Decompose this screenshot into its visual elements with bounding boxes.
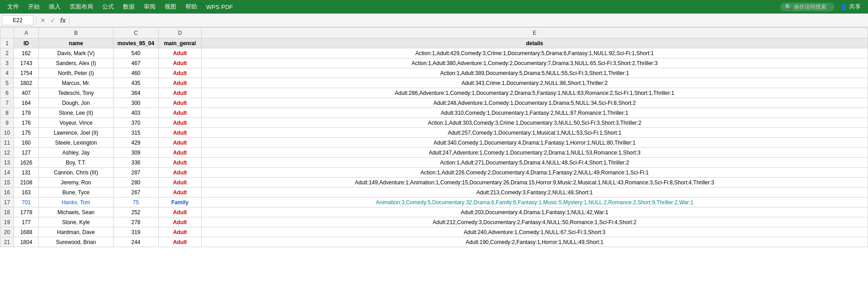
cell-id[interactable]: 177 <box>14 217 39 227</box>
cell-reference[interactable] <box>2 15 33 25</box>
cell-name[interactable]: Voyeur, Vince <box>39 118 113 128</box>
cell-details[interactable]: Adult:286,Adventure:1,Comedy:1,Documenta… <box>202 88 868 98</box>
cell-genral[interactable]: Family <box>159 197 202 207</box>
cell-details[interactable]: Adult:240,Adventure:1,Comedy:1,NULL:67,S… <box>202 227 868 237</box>
cell-c1[interactable]: movies_95_04 <box>113 38 159 48</box>
confirm-formula-icon[interactable]: ✓ <box>49 16 57 25</box>
cell-genral[interactable]: Adult <box>159 118 202 128</box>
menu-formula[interactable]: 公式 <box>99 1 118 13</box>
cell-movies[interactable]: 287 <box>113 168 159 178</box>
cell-name[interactable]: Stone, Lee (II) <box>39 108 113 118</box>
cell-movies[interactable]: 300 <box>113 98 159 108</box>
cell-details[interactable]: Adult:149,Adventure:1,Animation:1,Comedy… <box>202 178 868 188</box>
cell-genral[interactable]: Adult <box>159 58 202 68</box>
cell-movies[interactable]: 435 <box>113 78 159 88</box>
menu-view[interactable]: 视图 <box>161 1 180 13</box>
col-header-a[interactable]: A <box>14 28 39 38</box>
cell-name[interactable]: Jeremy, Ron <box>39 178 113 188</box>
cell-details[interactable]: Action:1,Adult:389,Documentary:5,Drama:5… <box>202 68 868 78</box>
cell-id[interactable]: 2108 <box>14 178 39 188</box>
cell-details[interactable]: Adult:257,Comedy:1,Documentary:1,Musical… <box>202 128 868 138</box>
cell-name[interactable]: Lawrence, Joel (II) <box>39 128 113 138</box>
cell-details[interactable]: Action:1,Adult:429,Comedy:3,Crime:1,Docu… <box>202 48 868 58</box>
cell-id[interactable]: 175 <box>14 128 39 138</box>
cell-name[interactable]: Marcus, Mr. <box>39 78 113 88</box>
col-header-e[interactable]: E <box>202 28 868 38</box>
cell-movies[interactable]: 309 <box>113 148 159 158</box>
cell-details[interactable]: Adult:248,Adventure:1,Comedy:1,Documenta… <box>202 98 868 108</box>
cell-details[interactable]: Animation:3,Comedy:5,Documentary:32,Dram… <box>202 197 868 207</box>
search-input[interactable] <box>794 4 830 10</box>
cell-id[interactable]: 1754 <box>14 68 39 78</box>
cell-genral[interactable]: Adult <box>159 207 202 217</box>
menu-help[interactable]: 帮助 <box>182 1 201 13</box>
cell-details[interactable]: Adult:247,Adventure:1,Comedy:1,Documenta… <box>202 148 868 158</box>
cell-movies[interactable]: 267 <box>113 188 159 197</box>
cell-details[interactable]: Adult:190,Comedy:2,Fantasy:1,Horror:1,NU… <box>202 237 868 247</box>
cell-id[interactable]: 127 <box>14 148 39 158</box>
cell-details[interactable]: Adult:343,Crime:1,Documentary:2,NULL:86,… <box>202 78 868 88</box>
cell-name[interactable]: Tedeschi, Tony <box>39 88 113 98</box>
col-header-c[interactable]: C <box>113 28 159 38</box>
cell-id[interactable]: 1802 <box>14 78 39 88</box>
cell-movies[interactable]: 315 <box>113 128 159 138</box>
cell-name[interactable]: Steele, Lexington <box>39 138 113 148</box>
cell-name[interactable]: North, Peter (I) <box>39 68 113 78</box>
search-box[interactable]: 🔍 <box>780 3 835 11</box>
cell-id[interactable]: 162 <box>14 48 39 58</box>
cell-id[interactable]: 164 <box>14 98 39 108</box>
cell-genral[interactable]: Adult <box>159 168 202 178</box>
cancel-formula-icon[interactable]: ✕ <box>39 16 47 25</box>
cell-d1[interactable]: main_genral <box>159 38 202 48</box>
cell-name[interactable]: Hanks, Tom <box>39 197 113 207</box>
col-header-d[interactable]: D <box>159 28 202 38</box>
cell-genral[interactable]: Adult <box>159 68 202 78</box>
menu-layout[interactable]: 页面布局 <box>66 1 97 13</box>
cell-movies[interactable]: 75 <box>113 197 159 207</box>
menu-data[interactable]: 数据 <box>119 1 138 13</box>
cell-name[interactable]: Dough, Jon <box>39 98 113 108</box>
cell-genral[interactable]: Adult <box>159 237 202 247</box>
cell-a1[interactable]: ID <box>14 38 39 48</box>
cell-name[interactable]: Boy, T.T. <box>39 158 113 168</box>
cell-genral[interactable]: Adult <box>159 178 202 188</box>
cell-name[interactable]: Sanders, Alex (I) <box>39 58 113 68</box>
cell-movies[interactable]: 467 <box>113 58 159 68</box>
cell-id[interactable]: 1804 <box>14 237 39 247</box>
cell-name[interactable]: Hardman, Dave <box>39 227 113 237</box>
cell-genral[interactable]: Adult <box>159 48 202 58</box>
cell-id[interactable]: 1688 <box>14 227 39 237</box>
cell-details[interactable]: Adult:340,Comedy:1,Documentary:4,Drama:1… <box>202 138 868 148</box>
cell-genral[interactable]: Adult <box>159 217 202 227</box>
share-button[interactable]: 👤 共享 <box>836 1 864 13</box>
cell-id[interactable]: 131 <box>14 168 39 178</box>
cell-genral[interactable]: Adult <box>159 128 202 138</box>
insert-function-icon[interactable]: fx <box>59 16 66 25</box>
cell-movies[interactable]: 429 <box>113 138 159 148</box>
cell-details[interactable]: Adult:203,Documentary:4,Drama:1,Fantasy:… <box>202 207 868 217</box>
cell-movies[interactable]: 280 <box>113 178 159 188</box>
cell-id[interactable]: 1743 <box>14 58 39 68</box>
cell-movies[interactable]: 336 <box>113 158 159 168</box>
cell-genral[interactable]: Adult <box>159 98 202 108</box>
cell-b1[interactable]: name <box>39 38 113 48</box>
cell-genral[interactable]: Adult <box>159 227 202 237</box>
menu-review[interactable]: 审阅 <box>140 1 159 13</box>
cell-genral[interactable]: Adult <box>159 88 202 98</box>
cell-movies[interactable]: 460 <box>113 68 159 78</box>
cell-id[interactable]: 701 <box>14 197 39 207</box>
cell-id[interactable]: 407 <box>14 88 39 98</box>
menu-file[interactable]: 文件 <box>4 1 23 13</box>
cell-movies[interactable]: 364 <box>113 88 159 98</box>
sheet-table-wrapper[interactable]: A B C D E 1 ID name movies_95_04 main_ge… <box>0 27 868 291</box>
cell-details[interactable]: Adult:212,Comedy:3,Documentary:2,Fantasy… <box>202 217 868 227</box>
cell-movies[interactable]: 403 <box>113 108 159 118</box>
cell-name[interactable]: Ashley, Jay <box>39 148 113 158</box>
menu-insert[interactable]: 插入 <box>45 1 64 13</box>
formula-input[interactable] <box>72 17 866 23</box>
cell-movies[interactable]: 370 <box>113 118 159 128</box>
cell-details[interactable]: Action:1,Adult:380,Adventure:1,Comedy:2,… <box>202 58 868 68</box>
cell-id[interactable]: 1626 <box>14 158 39 168</box>
menu-home[interactable]: 开始 <box>24 1 43 13</box>
menu-wpspdf[interactable]: WPS PDF <box>203 2 236 12</box>
